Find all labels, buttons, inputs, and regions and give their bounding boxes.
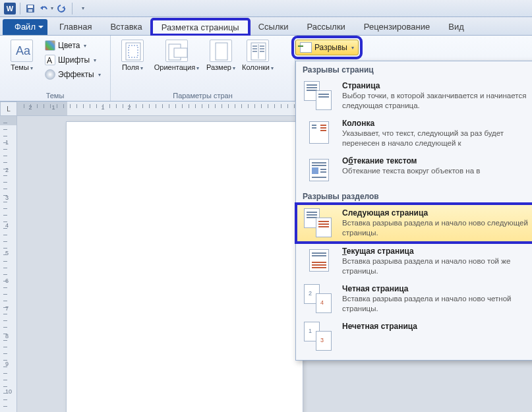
undo-icon	[39, 4, 49, 13]
tab-references[interactable]: Ссылки	[249, 19, 298, 35]
themes-icon: Aa	[11, 40, 33, 62]
document-page[interactable]	[66, 121, 303, 412]
gallery-item-title: Следующая страница	[342, 208, 532, 218]
group-themes-label: Темы	[5, 90, 105, 100]
columns-button[interactable]: Колонки▾	[241, 38, 274, 73]
gallery-item-next-page[interactable]: Следующая страница Вставка разрыва разде…	[296, 204, 532, 243]
gallery-item-title: Обтекание текстом	[342, 156, 532, 165]
gallery-item-page[interactable]: Страница Выбор точки, в которой заканчив…	[296, 77, 532, 115]
gallery-item-desc: Обтекание текста вокруг объектов на в	[342, 166, 532, 176]
svg-text:Aa: Aa	[16, 44, 31, 57]
tab-page-layout[interactable]: Разметка страницы	[152, 19, 249, 35]
themes-button[interactable]: Aa Темы▾	[5, 38, 38, 73]
tab-review[interactable]: Рецензирование	[355, 19, 439, 35]
save-icon	[26, 4, 35, 13]
chevron-down-icon: ▾	[82, 5, 84, 11]
svg-rect-5	[126, 43, 140, 60]
gallery-header-page-breaks: Разрывы страниц	[296, 61, 532, 77]
page-color-icon[interactable]	[511, 41, 527, 57]
tab-home[interactable]: Главная	[50, 19, 101, 35]
ruler-corner[interactable]: L	[0, 102, 17, 116]
gallery-item-title: Страница	[342, 81, 532, 90]
continuous-break-icon	[303, 247, 334, 274]
gallery-item-title: Четная страница	[342, 284, 532, 293]
size-icon	[210, 40, 232, 62]
quick-access-toolbar: W ▾ ▾	[0, 0, 532, 17]
group-page-setup: Поля▾ Ориентация▾ Размер▾ Колонки▾ Парам…	[111, 36, 295, 101]
gallery-item-column[interactable]: Колонка Указывает, что текст, следующий …	[296, 115, 532, 152]
gallery-header-section-breaks: Разрывы разделов	[296, 188, 532, 204]
colors-icon	[45, 40, 55, 51]
qa-separator	[20, 3, 20, 15]
gallery-item-desc: Указывает, что текст, следующий за раз б…	[342, 129, 532, 148]
gallery-item-desc: Вставка разрыва раздела и начало ново то…	[342, 256, 532, 276]
ribbon-rhs-buttons	[486, 41, 527, 57]
save-button[interactable]	[23, 2, 38, 15]
orientation-icon	[165, 40, 188, 62]
redo-icon	[57, 4, 67, 13]
tab-file[interactable]: Файл	[3, 19, 47, 35]
effects-button[interactable]: Эффекты▾	[42, 67, 103, 82]
svg-rect-1	[28, 5, 33, 8]
gallery-item-desc: Вставка разрыва раздела и начало ново сл…	[342, 218, 532, 238]
undo-button[interactable]: ▾	[39, 2, 53, 15]
tab-view[interactable]: Вид	[439, 19, 473, 35]
gallery-item-title: Нечетная страница	[342, 322, 532, 331]
group-themes: Aa Темы▾ Цвета▾ A Шрифты▾ Эффекты▾ Темы	[0, 36, 111, 101]
chevron-down-icon: ▾	[351, 45, 354, 51]
size-button[interactable]: Размер▾	[204, 38, 237, 73]
tab-insert[interactable]: Вставка	[101, 19, 151, 35]
column-break-icon	[303, 119, 334, 146]
app-icon[interactable]: W	[3, 2, 17, 15]
breaks-button[interactable]: Разрывы ▾	[295, 40, 359, 55]
fonts-icon: A	[45, 55, 55, 65]
fonts-button[interactable]: A Шрифты▾	[42, 53, 103, 67]
next-page-break-icon	[303, 208, 334, 236]
text-wrap-break-icon	[303, 156, 334, 184]
gallery-item-desc: Вставка разрыва раздела и начало ново че…	[342, 294, 532, 314]
chevron-down-icon: ▾	[51, 5, 53, 11]
even-page-break-icon: 2 4	[303, 284, 334, 312]
vertical-ruler[interactable]: 12345678910	[0, 116, 17, 412]
gallery-item-odd-page[interactable]: 1 3 Нечетная страница	[296, 318, 532, 353]
qa-separator	[72, 3, 73, 15]
gallery-item-title: Текущая страница	[342, 247, 532, 256]
breaks-gallery: Разрывы страниц Страница Выбор точки, в …	[295, 61, 532, 361]
themes-label: Темы	[11, 63, 29, 71]
fonts-label: Шрифты	[58, 55, 90, 65]
size-label: Размер	[206, 63, 231, 71]
redo-button[interactable]	[55, 2, 69, 15]
svg-rect-8	[174, 48, 187, 57]
orientation-label: Ориентация	[154, 63, 195, 71]
breaks-icon	[300, 42, 312, 53]
effects-label: Эффекты	[58, 70, 94, 79]
margins-button[interactable]: Поля▾	[116, 38, 149, 73]
columns-label: Колонки	[242, 63, 270, 71]
margins-label: Поля	[122, 63, 139, 71]
page-break-icon	[303, 81, 334, 109]
customize-qa-button[interactable]: ▾	[75, 2, 90, 15]
watermark-icon[interactable]	[486, 41, 502, 57]
orientation-button[interactable]: Ориентация▾	[153, 38, 200, 73]
breaks-label: Разрывы	[314, 43, 347, 52]
group-page-setup-label: Параметры стран	[116, 90, 289, 100]
colors-button[interactable]: Цвета▾	[42, 38, 103, 53]
columns-icon	[247, 40, 269, 62]
tab-mailings[interactable]: Рассылки	[298, 19, 355, 35]
svg-rect-2	[28, 9, 32, 12]
svg-rect-9	[216, 43, 227, 60]
margins-icon	[121, 40, 144, 62]
ribbon-tabs: Файл Главная Вставка Разметка страницы С…	[0, 17, 532, 36]
effects-icon	[45, 69, 55, 80]
svg-text:A: A	[47, 56, 52, 65]
word-icon: W	[4, 3, 16, 15]
odd-page-break-icon: 1 3	[303, 322, 334, 349]
colors-label: Цвета	[58, 41, 80, 50]
gallery-item-continuous[interactable]: Текущая страница Вставка разрыва раздела…	[296, 243, 532, 280]
gallery-item-desc: Выбор точки, в которой заканчивается и н…	[342, 91, 532, 111]
gallery-item-text-wrapping[interactable]: Обтекание текстом Обтекание текста вокру…	[296, 152, 532, 188]
gallery-item-title: Колонка	[342, 119, 532, 128]
gallery-item-even-page[interactable]: 2 4 Четная страница Вставка разрыва разд…	[296, 280, 532, 318]
